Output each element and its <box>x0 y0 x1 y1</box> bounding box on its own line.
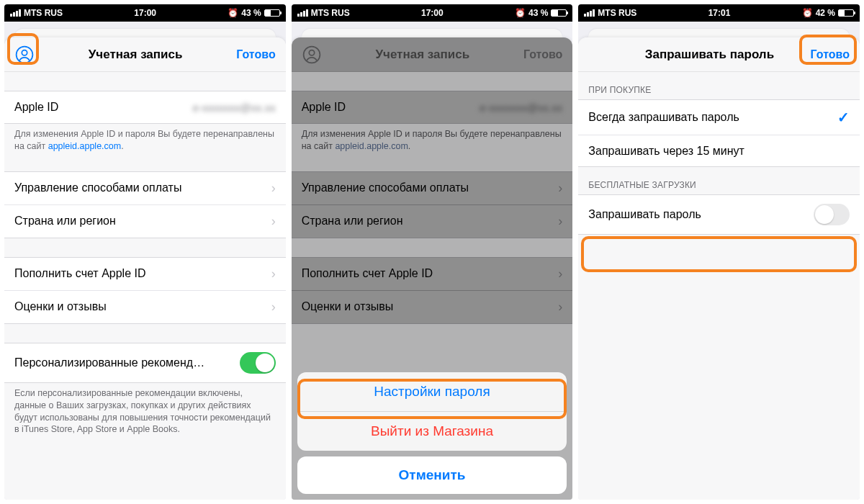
svg-point-2 <box>303 46 320 63</box>
option-always-require[interactable]: Всегда запрашивать пароль ✓ <box>578 100 860 135</box>
personalized-recs-label: Персонализированные рекоменд… <box>14 356 216 369</box>
clock-label: 17:00 <box>134 8 156 18</box>
manage-payment-row: Управление способами оплаты › <box>292 172 573 204</box>
apple-id-row[interactable]: Apple ID e-xxxxxxx@xx.xx <box>4 91 286 123</box>
apple-id-footnote: Для изменения Apple ID и пароля Вы будет… <box>4 124 286 153</box>
action-sheet: Настройки пароля Выйти из Магазина Отмен… <box>297 372 567 494</box>
nav-bar: Учетная запись Готово <box>292 37 573 72</box>
clock-label: 17:00 <box>421 8 444 18</box>
section-header-free: БЕСПЛАТНЫЕ ЗАГРУЗКИ <box>578 167 860 194</box>
ratings-reviews-row: Оценки и отзывы › <box>292 290 573 323</box>
apple-id-label: Apple ID <box>302 101 346 114</box>
option-always-require-label: Всегда запрашивать пароль <box>588 111 837 124</box>
personalized-recs-toggle[interactable] <box>240 352 276 374</box>
chevron-right-icon: › <box>558 214 562 229</box>
appleid-link[interactable]: appleid.apple.com <box>48 141 121 151</box>
country-region-row[interactable]: Страна или регион › <box>4 204 286 238</box>
carrier-label: MTS RUS <box>24 8 63 18</box>
chevron-right-icon: › <box>558 266 562 282</box>
card-stack-peek <box>14 29 276 37</box>
apple-id-value: e-xxxxxxx@xx.xx <box>192 102 275 114</box>
country-region-row: Страна или регион › <box>292 204 573 238</box>
signal-icon <box>10 9 21 17</box>
status-bar: MTS RUS 17:00 ⏰ 43 % <box>292 4 573 22</box>
topup-label: Пополнить счет Apple ID <box>14 267 269 280</box>
alarm-icon: ⏰ <box>802 8 813 18</box>
require-password-row[interactable]: Запрашивать пароль <box>578 195 860 234</box>
topup-row: Пополнить счет Apple ID › <box>292 258 573 290</box>
chevron-right-icon: › <box>558 181 562 196</box>
chevron-right-icon: › <box>271 266 276 282</box>
require-password-label: Запрашивать пароль <box>588 208 814 221</box>
battery-pct: 42 % <box>816 8 835 18</box>
section-header-purchase: ПРИ ПОКУПКЕ <box>578 72 860 99</box>
option-require-after-15-label: Запрашивать через 15 минут <box>588 145 850 158</box>
svg-point-0 <box>17 46 33 63</box>
user-avatar-icon[interactable] <box>14 45 35 65</box>
page-title: Учетная запись <box>35 48 236 62</box>
chevron-right-icon: › <box>271 214 276 229</box>
personalized-recs-footnote: Если персонализированные рекомендации вк… <box>4 383 286 436</box>
action-password-settings[interactable]: Настройки пароля <box>297 372 567 411</box>
status-bar: MTS RUS 17:01 ⏰ 42 % <box>578 4 860 22</box>
personalized-recs-row[interactable]: Персонализированные рекоменд… <box>4 343 286 382</box>
done-button[interactable]: Готово <box>236 48 275 61</box>
require-password-toggle[interactable] <box>814 204 850 225</box>
apple-id-label: Apple ID <box>14 101 58 114</box>
action-sign-out[interactable]: Выйти из Магазина <box>297 411 567 451</box>
ratings-reviews-label: Оценки и отзывы <box>14 300 269 313</box>
page-title: Учетная запись <box>322 48 523 62</box>
battery-icon <box>551 9 567 17</box>
carrier-label: MTS RUS <box>598 8 636 18</box>
action-sheet-group: Настройки пароля Выйти из Магазина <box>297 372 567 451</box>
manage-payment-label: Управление способами оплаты <box>302 181 556 194</box>
topup-label: Пополнить счет Apple ID <box>302 267 556 280</box>
alarm-icon: ⏰ <box>515 8 526 18</box>
battery-pct: 43 % <box>241 8 261 18</box>
clock-label: 17:01 <box>708 8 731 18</box>
battery-icon <box>264 9 280 17</box>
apple-id-value: e-xxxxxxx@xx.xx <box>480 102 562 114</box>
done-button: Готово <box>523 48 562 61</box>
screen-2-account-actionsheet: MTS RUS 17:00 ⏰ 43 % Учетная запись Гото… <box>292 4 573 500</box>
manage-payment-row[interactable]: Управление способами оплаты › <box>4 172 286 204</box>
manage-payment-label: Управление способами оплаты <box>14 181 269 194</box>
alarm-icon: ⏰ <box>228 8 238 18</box>
signal-icon <box>584 9 595 17</box>
nav-bar: Учетная запись Готово <box>4 37 286 72</box>
screen-3-require-password: MTS RUS 17:01 ⏰ 42 % Запрашивать пароль … <box>578 4 860 500</box>
card-stack-peek <box>302 29 563 37</box>
country-region-label: Страна или регион <box>302 215 556 228</box>
screen-1-account: MTS RUS 17:00 ⏰ 43 % Учетная запись Гото… <box>4 4 286 500</box>
apple-id-footnote: Для изменения Apple ID и пароля Вы будет… <box>292 124 573 153</box>
appleid-link: appleid.apple.com <box>335 141 408 151</box>
battery-icon <box>838 9 854 17</box>
country-region-label: Страна или регион <box>14 215 269 228</box>
checkmark-icon: ✓ <box>837 109 850 126</box>
user-avatar-icon <box>302 45 322 65</box>
topup-row[interactable]: Пополнить счет Apple ID › <box>4 258 286 290</box>
chevron-right-icon: › <box>558 300 562 315</box>
card-stack-peek <box>588 29 850 37</box>
nav-bar: Запрашивать пароль Готово <box>578 37 860 72</box>
svg-point-1 <box>22 50 27 55</box>
done-button[interactable]: Готово <box>811 48 850 61</box>
battery-pct: 43 % <box>528 8 548 18</box>
page-title: Запрашивать пароль <box>608 48 810 62</box>
chevron-right-icon: › <box>271 300 276 315</box>
action-cancel[interactable]: Отменить <box>297 456 567 494</box>
ratings-reviews-row[interactable]: Оценки и отзывы › <box>4 290 286 323</box>
signal-icon <box>297 9 308 17</box>
carrier-label: MTS RUS <box>311 8 350 18</box>
status-bar: MTS RUS 17:00 ⏰ 43 % <box>4 4 286 22</box>
apple-id-row: Apple ID e-xxxxxxx@xx.xx <box>292 91 573 123</box>
ratings-reviews-label: Оценки и отзывы <box>302 300 556 313</box>
chevron-right-icon: › <box>271 181 276 196</box>
svg-point-3 <box>309 50 314 55</box>
option-require-after-15[interactable]: Запрашивать через 15 минут <box>578 135 860 166</box>
